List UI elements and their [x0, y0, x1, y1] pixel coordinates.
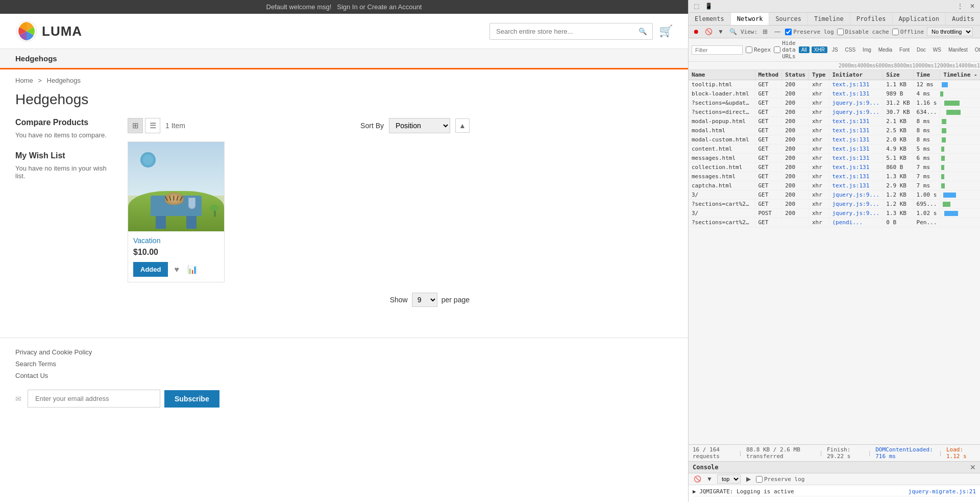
- filter-media[interactable]: Media: [876, 46, 895, 53]
- footer-link-privacy[interactable]: Privacy and Cookie Policy: [15, 348, 673, 356]
- search-button[interactable]: 🔍: [633, 23, 652, 39]
- filter-js[interactable]: JS: [829, 46, 841, 53]
- col-status[interactable]: Status: [782, 70, 809, 80]
- td-name: ?sections=cart%2C...: [689, 218, 755, 227]
- filter-css[interactable]: CSS: [843, 46, 859, 53]
- table-row[interactable]: ?sections=directory-... GET 200 xhr jque…: [689, 108, 980, 117]
- table-row[interactable]: ?sections=cart%2C... GET xhr (pendi... 0…: [689, 218, 980, 227]
- table-row[interactable]: 3/ POST 200 xhr jquery.js:9... 1.3 KB 1.…: [689, 209, 980, 218]
- td-size: 2.0 KB: [883, 135, 913, 145]
- filter-xhr[interactable]: XHR: [812, 46, 827, 53]
- table-row[interactable]: messages.html GET 200 xhr text.js:131 5.…: [689, 154, 980, 163]
- tab-timeline[interactable]: Timeline: [808, 13, 850, 25]
- td-size: 989 B: [883, 89, 913, 99]
- footer-link-search[interactable]: Search Terms: [15, 360, 673, 368]
- filter-img[interactable]: Img: [860, 46, 874, 53]
- filter-ws[interactable]: WS: [930, 46, 944, 53]
- table-header-row: Name Method Status Type Initiator Size T…: [689, 70, 980, 80]
- filter-doc[interactable]: Doc: [914, 46, 928, 53]
- grid-view-button[interactable]: ⊞: [128, 118, 143, 133]
- table-row[interactable]: content.html GET 200 xhr text.js:131 4.9…: [689, 145, 980, 154]
- subscribe-button[interactable]: Subscribe: [164, 390, 219, 408]
- td-initiator: jquery.js:9...: [829, 99, 883, 108]
- add-to-cart-button[interactable]: Added: [133, 262, 168, 277]
- tab-profiles[interactable]: Profiles: [850, 13, 893, 25]
- col-name[interactable]: Name: [689, 70, 755, 80]
- td-name: 3/: [689, 209, 755, 218]
- wishlist-button[interactable]: ♥: [172, 263, 181, 276]
- search-input[interactable]: [490, 23, 633, 39]
- filter-other[interactable]: Other: [972, 46, 980, 53]
- per-page-select[interactable]: 9 15 30: [412, 293, 437, 307]
- table-row[interactable]: collection.html GET 200 xhr text.js:131 …: [689, 163, 980, 172]
- throttling-select[interactable]: No throttling: [927, 27, 973, 36]
- signin-link[interactable]: Sign In: [337, 3, 357, 11]
- filter-all[interactable]: All: [799, 46, 810, 53]
- breadcrumb-current: Hedgehogs: [47, 77, 81, 84]
- tab-audits[interactable]: Audits: [946, 13, 980, 25]
- devtools-settings-button[interactable]: ⋮: [955, 2, 965, 11]
- table-row[interactable]: 3/ GET 200 xhr jquery.js:9... 1.2 KB 1.0…: [689, 190, 980, 200]
- inspect-element-button[interactable]: ⬚: [692, 2, 701, 11]
- col-type[interactable]: Type: [809, 70, 829, 80]
- preserve-log-checkbox[interactable]: [785, 29, 792, 35]
- sort-select[interactable]: Position Name Price: [389, 118, 450, 133]
- col-time[interactable]: Time: [913, 70, 940, 80]
- breadcrumb-home[interactable]: Home: [15, 77, 33, 84]
- filter-manifest[interactable]: Manifest: [946, 46, 970, 53]
- td-name: captcha.html: [689, 181, 755, 190]
- record-button[interactable]: ⏺: [692, 27, 701, 36]
- compare-button[interactable]: 📊: [185, 262, 200, 276]
- device-mode-button[interactable]: 📱: [704, 2, 713, 11]
- col-initiator[interactable]: Initiator: [829, 70, 883, 80]
- create-account-link[interactable]: Create an Account: [368, 3, 422, 11]
- disable-cache-checkbox[interactable]: [837, 29, 844, 35]
- table-row[interactable]: messages.html GET 200 xhr text.js:131 1.…: [689, 172, 980, 181]
- col-size[interactable]: Size: [883, 70, 913, 80]
- table-row[interactable]: tooltip.html GET 200 xhr text.js:131 1.1…: [689, 80, 980, 89]
- table-row[interactable]: ?sections=&update... GET 200 xhr jquery.…: [689, 99, 980, 108]
- product-name[interactable]: Vacation: [133, 236, 219, 245]
- offline-checkbox[interactable]: [892, 29, 899, 35]
- table-row[interactable]: modal.html GET 200 xhr text.js:131 2.5 K…: [689, 126, 980, 135]
- network-view1[interactable]: ⊞: [761, 27, 770, 36]
- disable-cache-label[interactable]: Disable cache: [837, 29, 889, 35]
- toolbar-right: Sort By Position Name Price ▲: [360, 118, 470, 133]
- td-size: 1.1 KB: [883, 80, 913, 89]
- td-status: 200: [782, 209, 809, 218]
- timeline-header: 2000ms 4000ms 6000ms 8000ms 10000ms 1200…: [689, 62, 980, 70]
- network-table: Name Method Status Type Initiator Size T…: [689, 70, 980, 227]
- logo[interactable]: LUMA: [15, 20, 82, 42]
- hide-data-urls-checkbox[interactable]: [774, 46, 780, 53]
- clear-button[interactable]: 🚫: [704, 27, 713, 36]
- tab-sources[interactable]: Sources: [769, 13, 808, 25]
- col-method[interactable]: Method: [755, 70, 782, 80]
- footer-link-contact[interactable]: Contact Us: [15, 372, 673, 379]
- search-network[interactable]: 🔍: [728, 27, 738, 36]
- filter-input[interactable]: [692, 45, 743, 55]
- cart-icon[interactable]: 🛒: [659, 25, 673, 38]
- network-view2[interactable]: —: [773, 27, 782, 36]
- nav-active-tab[interactable]: Hedgehogs: [15, 49, 57, 69]
- tab-application[interactable]: Application: [893, 13, 946, 25]
- tab-elements[interactable]: Elements: [689, 13, 731, 25]
- col-timeline[interactable]: Timeline - Start Time: [940, 70, 980, 80]
- devtools-close-button[interactable]: ✕: [968, 2, 977, 11]
- timeline-label-2000: 2000ms: [839, 63, 857, 68]
- td-type: xhr: [809, 209, 829, 218]
- table-row[interactable]: captcha.html GET 200 xhr text.js:131 2.9…: [689, 181, 980, 190]
- table-row[interactable]: modal-custom.html GET 200 xhr text.js:13…: [689, 135, 980, 145]
- tab-network[interactable]: Network: [731, 13, 770, 26]
- filter-font[interactable]: Font: [897, 46, 912, 53]
- email-input[interactable]: [28, 390, 160, 408]
- sort-direction-button[interactable]: ▲: [455, 118, 470, 133]
- table-row[interactable]: ?sections=cart%2C... GET 200 xhr jquery.…: [689, 200, 980, 209]
- offline-label[interactable]: Offline: [892, 29, 924, 35]
- preserve-log-label[interactable]: Preserve log: [785, 29, 834, 35]
- regex-checkbox[interactable]: [746, 46, 752, 53]
- list-view-button[interactable]: ☰: [145, 118, 160, 133]
- filter-toggle[interactable]: ▼: [716, 27, 725, 36]
- page-title: Hedgehogs: [0, 91, 688, 118]
- table-row[interactable]: block-loader.html GET 200 xhr text.js:13…: [689, 89, 980, 99]
- table-row[interactable]: modal-popup.html GET 200 xhr text.js:131…: [689, 117, 980, 126]
